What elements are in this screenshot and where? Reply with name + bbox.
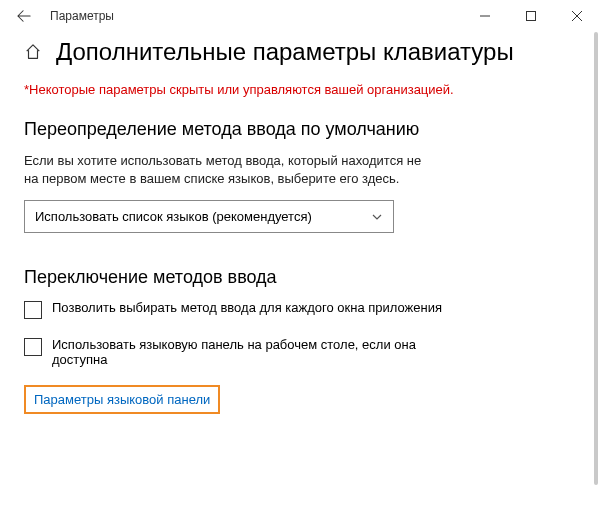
titlebar: Параметры [0, 0, 600, 32]
maximize-button[interactable] [508, 0, 554, 32]
checkbox-label: Позволить выбирать метод ввода для каждо… [52, 300, 442, 315]
override-heading: Переопределение метода ввода по умолчани… [24, 119, 580, 140]
back-button[interactable] [8, 9, 40, 23]
page-title: Дополнительные параметры клавиатуры [56, 38, 514, 66]
checkbox-box-icon [24, 301, 42, 319]
checkbox-language-bar[interactable]: Использовать языковую панель на рабочем … [24, 337, 454, 367]
window-controls [462, 0, 600, 32]
scrollbar[interactable] [594, 32, 598, 485]
home-icon [24, 43, 42, 61]
org-warning-text: *Некоторые параметры скрыты или управляю… [24, 82, 580, 97]
svg-rect-0 [527, 12, 536, 21]
checkbox-per-window[interactable]: Позволить выбирать метод ввода для каждо… [24, 300, 454, 319]
close-button[interactable] [554, 0, 600, 32]
select-value: Использовать список языков (рекомендуетс… [35, 209, 312, 224]
input-method-select[interactable]: Использовать список языков (рекомендуетс… [24, 200, 394, 233]
minimize-icon [480, 11, 490, 21]
section-override: Переопределение метода ввода по умолчани… [24, 119, 580, 233]
arrow-left-icon [17, 9, 31, 23]
page-header: Дополнительные параметры клавиатуры [24, 38, 580, 66]
section-switching: Переключение методов ввода Позволить выб… [24, 267, 580, 414]
switching-heading: Переключение методов ввода [24, 267, 580, 288]
checkbox-box-icon [24, 338, 42, 356]
home-button[interactable] [24, 43, 42, 61]
minimize-button[interactable] [462, 0, 508, 32]
checkbox-label: Использовать языковую панель на рабочем … [52, 337, 454, 367]
window-title: Параметры [50, 9, 114, 23]
close-icon [572, 11, 582, 21]
language-bar-options-link[interactable]: Параметры языковой панели [24, 385, 220, 414]
content-area: Дополнительные параметры клавиатуры *Нек… [0, 32, 600, 514]
maximize-icon [526, 11, 536, 21]
chevron-down-icon [371, 211, 383, 223]
override-description: Если вы хотите использовать метод ввода,… [24, 152, 434, 188]
